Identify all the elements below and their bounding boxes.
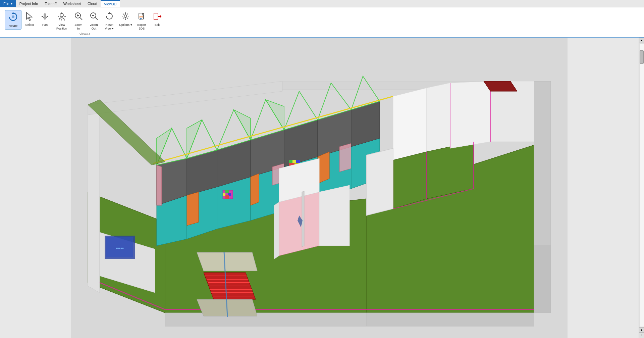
- svg-marker-22: [534, 81, 551, 246]
- svg-marker-106: [366, 148, 393, 215]
- options-button[interactable]: Options ▾: [117, 10, 134, 29]
- export-3ds-label: Export3DS: [138, 23, 146, 31]
- svg-line-9: [95, 17, 98, 20]
- viewport-3d[interactable]: ■■■■■: [0, 38, 639, 338]
- svg-rect-45: [225, 195, 229, 199]
- file-label: File: [3, 2, 9, 6]
- svg-marker-78: [393, 152, 427, 209]
- file-arrow: ▾: [11, 1, 13, 6]
- svg-marker-19: [88, 105, 100, 293]
- export-3ds-button[interactable]: 3DS Export3DS: [135, 10, 149, 32]
- pan-button[interactable]: Pan: [38, 10, 52, 29]
- svg-text:■■■■■: ■■■■■: [116, 247, 124, 250]
- view-position-label: ViewPosition: [56, 23, 67, 31]
- menu-cloud[interactable]: Cloud: [84, 0, 101, 7]
- svg-marker-24: [165, 313, 366, 326]
- svg-marker-25: [366, 313, 534, 326]
- svg-rect-14: [154, 13, 158, 20]
- svg-marker-50: [251, 174, 259, 205]
- menu-view3d[interactable]: View3D: [101, 0, 120, 7]
- pan-icon: [41, 12, 49, 22]
- zoom-out-button[interactable]: ZoomOut: [87, 10, 101, 32]
- zoom-in-icon: [74, 12, 83, 22]
- select-icon: [25, 12, 34, 22]
- export-3ds-icon: 3DS: [138, 12, 146, 22]
- resize-corner: ⠿: [639, 333, 644, 338]
- svg-point-1: [12, 15, 14, 18]
- exit-button[interactable]: Exit: [150, 10, 165, 29]
- rotate-button[interactable]: Rotate: [5, 10, 21, 30]
- view-position-button[interactable]: ViewPosition: [53, 10, 70, 32]
- file-menu[interactable]: File ▾: [0, 0, 16, 7]
- right-panel: ▲ ▼ ⠿: [639, 38, 644, 338]
- menu-bar: File ▾ Project Info Takeoff Worksheet Cl…: [0, 0, 644, 7]
- menu-project-info[interactable]: Project Info: [16, 0, 42, 7]
- svg-marker-76: [393, 88, 427, 160]
- svg-text:3DS: 3DS: [139, 16, 143, 18]
- svg-marker-23: [534, 246, 551, 313]
- rotate-label: Rotate: [9, 24, 18, 28]
- options-label: Options ▾: [119, 23, 132, 27]
- exit-label: Exit: [155, 23, 160, 27]
- scroll-track[interactable]: [639, 43, 644, 327]
- svg-marker-80: [450, 81, 490, 148]
- svg-marker-36: [187, 192, 199, 226]
- menu-takeoff[interactable]: Takeoff: [41, 0, 60, 7]
- building-svg: ■■■■■: [0, 38, 639, 338]
- zoom-in-label: ZoomIn: [74, 23, 82, 31]
- reset-view-icon: [105, 12, 114, 22]
- select-label: Select: [25, 23, 34, 27]
- svg-marker-65: [339, 143, 351, 172]
- reset-view-button[interactable]: ResetView ▾: [102, 10, 117, 32]
- svg-marker-72: [319, 185, 350, 246]
- svg-rect-58: [296, 160, 300, 163]
- scroll-up-button[interactable]: ▲: [639, 38, 644, 43]
- ribbon-buttons: Rotate Select Pan: [5, 9, 165, 32]
- select-button[interactable]: Select: [22, 10, 37, 29]
- svg-marker-10: [108, 12, 111, 14]
- svg-line-6: [80, 17, 82, 20]
- rotate-icon: [8, 12, 18, 23]
- scroll-down-button[interactable]: ▼: [639, 327, 644, 333]
- menu-worksheet[interactable]: Worksheet: [60, 0, 84, 7]
- svg-point-2: [60, 13, 63, 17]
- exit-icon: [153, 12, 162, 22]
- ribbon-group-view3d: Rotate Select Pan: [2, 9, 167, 36]
- scroll-up-icon: ▲: [640, 39, 643, 42]
- main-area: ■■■■■ ▲ ▼ ⠿: [0, 38, 644, 338]
- svg-rect-44: [228, 193, 231, 196]
- pan-label: Pan: [42, 23, 48, 27]
- resize-icon: ⠿: [641, 334, 642, 337]
- zoom-out-label: ZoomOut: [90, 23, 98, 31]
- zoom-in-button[interactable]: ZoomIn: [71, 10, 86, 32]
- ribbon-group-label: View3D: [79, 32, 90, 36]
- scroll-down-icon: ▼: [640, 329, 643, 332]
- svg-marker-77: [427, 83, 450, 152]
- svg-point-11: [124, 15, 127, 17]
- view-position-icon: [57, 12, 66, 22]
- svg-rect-43: [223, 193, 225, 196]
- zoom-out-icon: [90, 12, 98, 22]
- svg-marker-74: [302, 191, 304, 247]
- scroll-thumb[interactable]: [640, 50, 644, 64]
- svg-marker-99: [197, 252, 257, 271]
- options-icon: [121, 12, 130, 22]
- ribbon: Rotate Select Pan: [0, 7, 644, 38]
- svg-rect-42: [225, 190, 229, 193]
- svg-rect-57: [292, 160, 296, 163]
- svg-marker-73: [274, 202, 279, 259]
- reset-view-label: ResetView ▾: [105, 23, 114, 31]
- svg-marker-30: [157, 165, 162, 205]
- svg-rect-56: [289, 160, 292, 163]
